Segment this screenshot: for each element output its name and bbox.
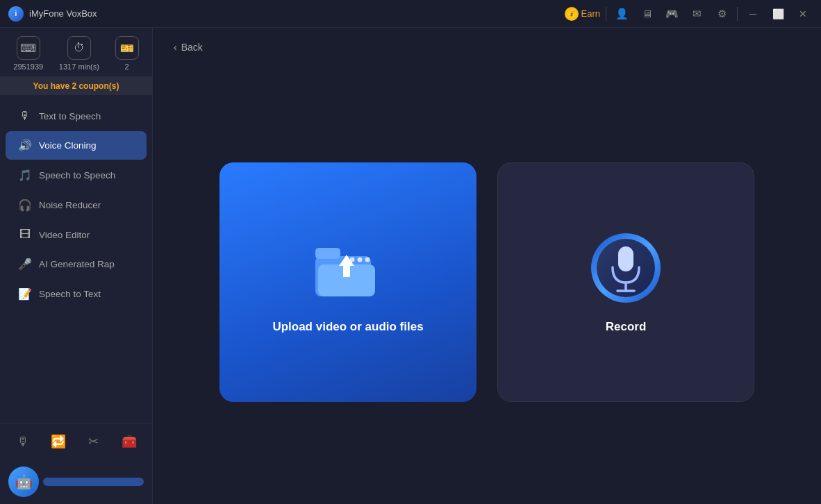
record-label: Record	[606, 320, 647, 334]
sidebar-item-speech-to-speech[interactable]: 🎵 Speech to Speech	[6, 161, 147, 190]
sidebar-item-label: Speech to Speech	[39, 170, 115, 180]
divider	[606, 7, 606, 21]
chatbot-bubble	[43, 478, 144, 486]
sidebar-item-noise-reducer[interactable]: 🎧 Noise Reducer	[6, 191, 147, 219]
mins-icon: ⏱	[67, 36, 91, 60]
stat-mins: ⏱ 1317 min(s)	[59, 36, 99, 71]
mic-bottom-icon[interactable]: 🎙	[12, 430, 34, 453]
svg-rect-9	[618, 246, 633, 271]
sidebar-item-label: Voice Cloning	[39, 140, 97, 151]
svg-point-4	[365, 258, 370, 262]
divider2	[737, 7, 738, 21]
text-to-speech-icon: 🎙	[18, 110, 32, 122]
main-layout: ⌨ 2951939 ⏱ 1317 min(s) 🎫 2 You have 2 c…	[0, 28, 821, 504]
mail-icon[interactable]: ✉	[687, 4, 706, 24]
titlebar-left: i iMyFone VoxBox	[8, 6, 565, 22]
minimize-button[interactable]: ─	[743, 4, 763, 24]
app-icon: i	[8, 6, 24, 22]
svg-point-3	[358, 258, 363, 262]
maximize-button[interactable]: ⬜	[768, 4, 788, 24]
chatbot-avatar: 🤖	[8, 467, 39, 497]
user-icon[interactable]: 👤	[612, 4, 631, 24]
sidebar-item-video-editor[interactable]: 🎞 Video Editor	[6, 221, 147, 249]
upload-card[interactable]: Upload video or audio files	[219, 162, 476, 402]
sidebar-item-label: AI Generated Rap	[39, 259, 115, 269]
sidebar-item-voice-cloning[interactable]: 🔊 Voice Cloning	[6, 131, 147, 160]
stat-coupons: 🎫 2	[115, 36, 139, 71]
scissors-icon[interactable]: ✂	[83, 430, 105, 453]
stats-bar: ⌨ 2951939 ⏱ 1317 min(s) 🎫 2	[0, 28, 152, 77]
mic-svg	[588, 230, 664, 306]
ai-rap-icon: 🎤	[18, 258, 32, 271]
upload-illustration	[310, 230, 386, 306]
settings-icon[interactable]: ⚙	[712, 4, 731, 24]
chatbot-area[interactable]: 🤖	[0, 460, 152, 504]
speech-to-text-icon: 📝	[18, 287, 32, 301]
controller-icon[interactable]: 🎮	[662, 4, 681, 24]
sidebar-item-speech-to-text[interactable]: 📝 Speech to Text	[6, 280, 147, 308]
sidebar-nav: 🎙 Text to Speech 🔊 Voice Cloning 🎵 Speec…	[0, 95, 152, 423]
sidebar: ⌨ 2951939 ⏱ 1317 min(s) 🎫 2 You have 2 c…	[0, 28, 153, 504]
titlebar-right: 💰 Earn 👤 🖥 🎮 ✉ ⚙ ─ ⬜ ✕	[565, 4, 813, 24]
back-button[interactable]: ‹ Back	[174, 42, 203, 53]
svg-rect-1	[315, 248, 340, 259]
noise-reducer-icon: 🎧	[18, 199, 32, 212]
sidebar-item-ai-generated-rap[interactable]: 🎤 AI Generated Rap	[6, 250, 147, 278]
video-editor-icon: 🎞	[18, 228, 32, 241]
upload-svg	[310, 230, 386, 306]
loop-icon[interactable]: 🔁	[47, 430, 69, 453]
sidebar-item-label: Video Editor	[39, 230, 90, 240]
chars-value: 2951939	[13, 62, 43, 71]
coupons-icon: 🎫	[115, 36, 139, 60]
back-chevron-icon: ‹	[174, 42, 177, 53]
desktop-icon[interactable]: 🖥	[637, 4, 656, 24]
app-title: iMyFone VoxBox	[29, 8, 97, 19]
earn-label: Earn	[581, 8, 600, 19]
sidebar-bottom: 🎙 🔁 ✂ 🧰	[0, 423, 152, 460]
titlebar: i iMyFone VoxBox 💰 Earn 👤 🖥 🎮 ✉ ⚙ ─ ⬜ ✕	[0, 0, 821, 28]
mins-value: 1317 min(s)	[59, 62, 99, 71]
earn-button[interactable]: 💰 Earn	[565, 7, 600, 21]
close-button[interactable]: ✕	[793, 4, 813, 24]
chars-icon: ⌨	[17, 36, 40, 60]
earn-coin-icon: 💰	[565, 7, 579, 21]
sidebar-item-label: Text to Speech	[39, 111, 101, 121]
sidebar-item-text-to-speech[interactable]: 🎙 Text to Speech	[6, 102, 147, 130]
mic-illustration	[588, 230, 664, 306]
sidebar-item-label: Speech to Text	[39, 289, 101, 299]
content-area: ‹ Back	[153, 28, 821, 504]
back-label: Back	[181, 42, 203, 53]
cards-container: Upload video or audio files	[174, 74, 800, 490]
stat-chars: ⌨ 2951939	[13, 36, 43, 71]
coupons-value: 2	[125, 62, 129, 71]
record-card[interactable]: Record	[497, 162, 754, 402]
sidebar-item-label: Noise Reducer	[39, 200, 101, 210]
voice-cloning-icon: 🔊	[18, 139, 32, 152]
speech-to-speech-icon: 🎵	[18, 169, 32, 182]
upload-label: Upload video or audio files	[272, 320, 423, 334]
coupon-bar: You have 2 coupon(s)	[0, 77, 152, 95]
toolbox-icon[interactable]: 🧰	[118, 430, 140, 453]
